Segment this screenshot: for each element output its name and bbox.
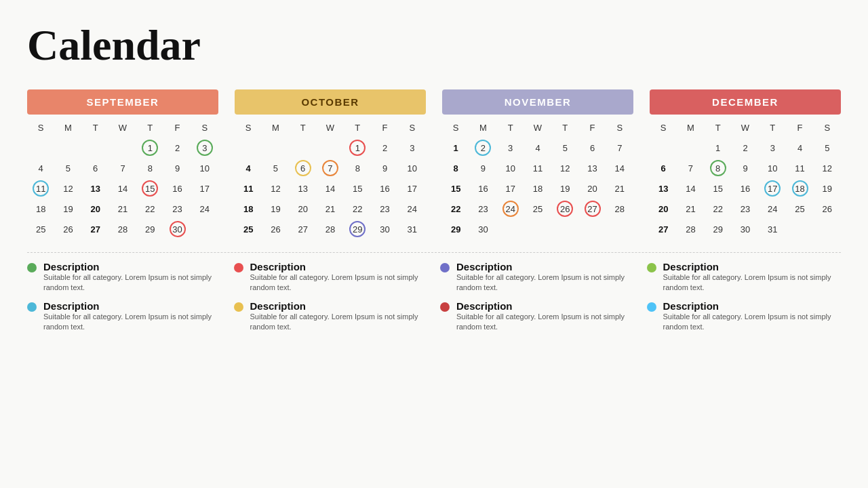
day-of-week-label: S xyxy=(814,120,841,137)
legend-item-0-1: DescriptionSuitable for all category. Lo… xyxy=(27,300,222,333)
date-10: 10 xyxy=(759,159,786,178)
day-of-week-label: W xyxy=(732,120,759,137)
date-20: 20 xyxy=(290,199,317,218)
calendar-nov: NOVEMBERSMTWTFS1234567891011121314151617… xyxy=(442,89,633,239)
legend-title: Description xyxy=(43,300,222,312)
legend-desc: Suitable for all category. Lorem Ipsum i… xyxy=(663,312,842,333)
legend-item-3-0: DescriptionSuitable for all category. Lo… xyxy=(647,261,842,293)
legend-dot xyxy=(647,263,656,272)
date-31: 31 xyxy=(399,220,426,239)
date-30: 30 xyxy=(732,220,759,239)
empty-cell xyxy=(606,220,633,239)
date-5: 5 xyxy=(814,138,841,157)
legend-dot xyxy=(440,263,450,272)
date-27: 27 xyxy=(290,220,317,239)
day-of-week-label: S xyxy=(442,120,469,137)
legend-item-2-0: DescriptionSuitable for all category. Lo… xyxy=(440,261,635,293)
legend-text: DescriptionSuitable for all category. Lo… xyxy=(43,261,222,293)
date-10: 10 xyxy=(399,159,426,178)
date-8: 8 xyxy=(344,159,371,178)
date-6: 6 xyxy=(290,159,317,178)
date-28: 28 xyxy=(317,220,344,239)
date-19: 19 xyxy=(54,199,81,218)
circled-date-26: 26 xyxy=(557,201,573,217)
legend-title: Description xyxy=(43,261,222,272)
calendar-sep: SEPTEMBERSMTWTFS123456789101112131415161… xyxy=(27,89,218,239)
day-of-week-label: F xyxy=(163,120,191,137)
day-of-week-label: S xyxy=(399,120,426,137)
date-18: 18 xyxy=(524,179,551,198)
date-20: 20 xyxy=(82,199,109,218)
legend-dot xyxy=(234,302,243,312)
legend-item-1-1: DescriptionSuitable for all category. Lo… xyxy=(234,300,429,333)
circled-date-8: 8 xyxy=(710,160,726,176)
legend-text: DescriptionSuitable for all category. Lo… xyxy=(663,300,842,333)
date-26: 26 xyxy=(551,199,578,218)
date-4: 4 xyxy=(786,138,813,157)
date-24: 24 xyxy=(497,199,524,218)
legend-dot xyxy=(27,263,37,272)
date-28: 28 xyxy=(677,220,704,239)
legend-desc: Suitable for all category. Lorem Ipsum i… xyxy=(250,272,429,293)
legend-dot xyxy=(440,302,450,312)
date-13: 13 xyxy=(578,159,606,178)
date-6: 6 xyxy=(82,159,109,178)
date-18: 18 xyxy=(27,199,54,218)
date-4: 4 xyxy=(235,159,262,178)
calendar-header-dec: DECEMBER xyxy=(650,89,841,115)
date-13: 13 xyxy=(650,179,677,198)
date-27: 27 xyxy=(650,220,677,239)
date-3: 3 xyxy=(759,138,786,157)
date-28: 28 xyxy=(606,199,633,218)
date-10: 10 xyxy=(191,159,218,178)
date-27: 27 xyxy=(578,199,606,218)
date-11: 11 xyxy=(235,179,262,198)
date-9: 9 xyxy=(371,159,398,178)
date-25: 25 xyxy=(27,220,54,239)
day-of-week-label: S xyxy=(650,120,677,137)
date-21: 21 xyxy=(606,179,633,198)
empty-cell xyxy=(191,220,218,239)
circled-date-29: 29 xyxy=(349,221,366,237)
date-16: 16 xyxy=(732,179,759,198)
circled-date-1: 1 xyxy=(349,140,366,156)
legend-title: Description xyxy=(663,300,842,312)
date-23: 23 xyxy=(732,199,759,218)
legend-text: DescriptionSuitable for all category. Lo… xyxy=(43,300,222,333)
empty-cell xyxy=(677,138,704,157)
divider xyxy=(27,252,841,253)
circled-date-18: 18 xyxy=(792,180,808,197)
legend-item-2-1: DescriptionSuitable for all category. Lo… xyxy=(440,300,635,333)
legend-text: DescriptionSuitable for all category. Lo… xyxy=(456,300,635,333)
date-14: 14 xyxy=(317,179,344,198)
date-2: 2 xyxy=(371,138,398,157)
date-13: 13 xyxy=(290,179,317,198)
date-7: 7 xyxy=(317,159,344,178)
empty-cell xyxy=(27,138,54,157)
legend-col-3: DescriptionSuitable for all category. Lo… xyxy=(647,261,842,333)
date-4: 4 xyxy=(524,138,551,157)
date-1: 1 xyxy=(344,138,371,157)
date-19: 19 xyxy=(262,199,289,218)
date-11: 11 xyxy=(27,179,54,198)
empty-cell xyxy=(578,220,606,239)
date-6: 6 xyxy=(650,159,677,178)
date-15: 15 xyxy=(136,179,163,198)
day-of-week-label: T xyxy=(136,120,163,137)
empty-cell xyxy=(235,138,262,157)
empty-cell xyxy=(551,220,578,239)
date-1: 1 xyxy=(705,138,732,157)
date-14: 14 xyxy=(606,159,633,178)
date-25: 25 xyxy=(235,220,262,239)
date-23: 23 xyxy=(469,199,496,218)
empty-cell xyxy=(109,138,136,157)
date-15: 15 xyxy=(442,179,469,198)
date-8: 8 xyxy=(705,159,732,178)
date-30: 30 xyxy=(163,220,191,239)
date-22: 22 xyxy=(136,199,163,218)
date-29: 29 xyxy=(344,220,371,239)
date-5: 5 xyxy=(54,159,81,178)
legend-text: DescriptionSuitable for all category. Lo… xyxy=(456,261,635,293)
legend-title: Description xyxy=(250,300,429,312)
date-2: 2 xyxy=(163,138,191,157)
